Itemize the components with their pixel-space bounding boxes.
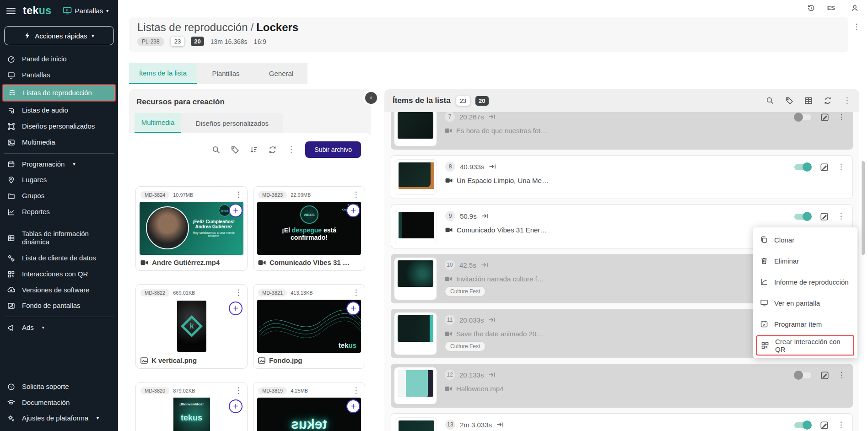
media-card[interactable]: MD-3821 413.13KB ⋮ tekus [253,284,365,369]
item-enabled-toggle[interactable] [794,370,812,380]
table-view-icon[interactable] [804,97,813,105]
media-card[interactable]: MD-3822 669.01KB ⋮ k + K vertical.png [135,284,248,369]
search-icon[interactable] [212,145,221,154]
skip-to-end-icon[interactable] [489,163,496,170]
skip-to-end-icon[interactable] [488,372,496,378]
add-to-list-button[interactable]: + [346,399,360,413]
language-selector[interactable]: ES▾ [827,5,839,11]
skip-to-end-icon[interactable] [481,213,489,219]
sort-icon[interactable] [249,145,258,154]
quick-actions-button[interactable]: Acciones rápidas ▾ [4,26,114,45]
skip-to-end-icon[interactable] [488,317,496,323]
sidebar-item-versiones-software[interactable]: Versiones de software [0,282,118,298]
page-kebab-menu[interactable]: ⋮ [852,22,861,32]
context-switcher[interactable]: K Pantallas ▾ [63,7,109,15]
list-item-row[interactable]: 13 2m 3.033s ⋮ [391,413,853,431]
list-item-row[interactable]: 8 40.933s Un Espacio Limpio, Una Me… ⋮ [391,155,853,199]
edit-icon[interactable] [820,421,829,430]
item-enabled-toggle[interactable] [794,112,812,122]
sidebar-item-ads[interactable]: Ads ▾ [0,320,118,336]
tab-general[interactable]: General [255,63,307,84]
sidebar-item-documentacion[interactable]: Documentación [0,395,118,411]
skip-to-end-icon[interactable] [496,421,504,428]
media-kebab-menu[interactable]: ⋮ [352,288,360,298]
sidebar-item-grupos[interactable]: Grupos [0,188,118,204]
list-item-row[interactable]: 7 20.267s Es hora de que nuestras fot… ⋮ [391,112,853,150]
tab-plantillas[interactable]: Plantillas [197,63,255,84]
upload-file-button[interactable]: Subir archivo [305,141,361,158]
media-kebab-menu[interactable]: ⋮ [234,386,243,396]
tab-disenos-personalizados[interactable]: Diseños personalizados [181,113,283,133]
sidebar-item-fondo-pantallas[interactable]: Fondo de pantallas [0,298,118,314]
item-number: 10 [445,260,455,270]
media-card[interactable]: MD-3819 4.25MB ⋮ tekus + [253,382,365,431]
tag-icon[interactable] [785,97,793,105]
menu-item-ver-en-pantalla[interactable]: Ver en pantalla [753,292,857,313]
menu-item-crear-interaccion-con-qr[interactable]: Crear interacción con QR [756,335,854,356]
sidebar-item-listas-de-audio[interactable]: Listas de audio [0,102,118,119]
menu-item-informe-de-reproduccion[interactable]: Informe de reproducción [753,271,857,292]
sidebar-item-panel-de-inicio[interactable]: Panel de inicio [0,51,118,67]
add-to-list-button[interactable]: + [229,399,243,413]
hamburger-menu-icon[interactable] [6,8,16,14]
resources-kebab-menu[interactable]: ⋮ [287,145,295,155]
item-enabled-toggle[interactable] [793,162,812,172]
skip-to-end-icon[interactable] [488,113,496,120]
collapse-panel-button[interactable]: ‹ [365,92,377,104]
refresh-icon[interactable] [824,97,832,105]
skip-to-end-icon[interactable] [481,262,488,268]
item-kebab-menu[interactable]: ⋮ [837,420,845,430]
sidebar-item-interacciones-qr[interactable]: Interacciones con QR [0,266,118,282]
edit-icon[interactable] [820,212,829,221]
sidebar-item-tablas-informacion-dinamica[interactable]: Tablas de información dinámica [0,226,110,251]
add-to-list-button[interactable]: + [229,204,243,217]
add-to-list-button[interactable]: + [346,204,360,217]
tag-icon[interactable] [231,145,239,154]
sidebar-item-solicita-soporte[interactable]: ? Solicita soporte [0,379,118,395]
item-kebab-menu[interactable]: ⋮ [837,112,846,122]
menu-item-clonar[interactable]: Clonar [753,229,857,250]
sidebar-item-reportes[interactable]: Reportes [0,204,118,220]
edit-icon[interactable] [820,113,829,122]
scrollbar-thumb[interactable] [862,161,865,255]
aspect-ratio: 16:9 [254,38,266,45]
edit-icon[interactable] [820,163,829,172]
item-kebab-menu[interactable]: ⋮ [837,370,846,380]
media-kebab-menu[interactable]: ⋮ [234,190,243,200]
user-icon[interactable] [851,4,859,12]
tab-items-de-la-lista[interactable]: Ítems de la lista [129,63,197,84]
media-kebab-menu[interactable]: ⋮ [234,288,243,298]
sidebar-item-lugares[interactable]: Lugares [0,172,118,188]
item-enabled-toggle[interactable] [793,420,812,430]
sidebar-item-lista-cliente-datos[interactable]: Lista de cliente de datos [0,250,118,266]
breadcrumb-parent[interactable]: Listas de reproducción [137,21,248,33]
sidebar-item-disenos-personalizados[interactable]: Diseños personalizados [0,119,118,135]
sidebar-item-pantallas[interactable]: Pantallas [0,67,118,83]
media-name: K vertical.png [151,356,197,364]
item-enabled-toggle[interactable] [793,211,812,221]
sidebar-item-programacion[interactable]: Programación ▾ [0,156,118,172]
sidebar-item-multimedia[interactable]: Multimedia [0,135,118,151]
history-icon[interactable] [807,4,815,12]
item-kebab-menu[interactable]: ⋮ [837,211,845,221]
search-icon[interactable] [766,97,774,105]
count-total-badge: 23 [171,37,184,46]
add-to-list-button[interactable]: + [346,302,360,315]
item-kebab-menu[interactable]: ⋮ [837,162,845,172]
menu-item-eliminar[interactable]: Eliminar [753,250,857,271]
media-card[interactable]: MD-3824 10.97MB ⋮ tekus ¡Feliz Cumpleaño… [135,186,248,271]
add-to-list-button[interactable]: + [229,302,243,315]
media-card[interactable]: MD-3823 22.99MB ⋮ tekusCulture Fest VIBE… [253,186,365,271]
media-kebab-menu[interactable]: ⋮ [352,190,360,200]
refresh-icon[interactable] [268,145,277,154]
tab-multimedia[interactable]: Multimedia [135,113,181,133]
menu-item-programar-item[interactable]: Programar ítem [753,313,857,334]
context-label: Pantallas [75,7,103,15]
sidebar-item-listas-de-reproduccion[interactable]: Listas de reproducción [2,84,116,102]
list-kebab-menu[interactable]: ⋮ [843,96,851,106]
list-item-row[interactable]: 12 20.133s Halloween.mp4 ⋮ [391,364,853,408]
media-card[interactable]: MD-3820 879.02KB ⋮ ¡Bienvenidos! tekus + [135,382,248,431]
media-kebab-menu[interactable]: ⋮ [352,386,360,396]
edit-icon[interactable] [820,371,829,380]
sidebar-item-ajustes-plataforma[interactable]: Ajustes de plataforma ▾ [0,410,118,426]
